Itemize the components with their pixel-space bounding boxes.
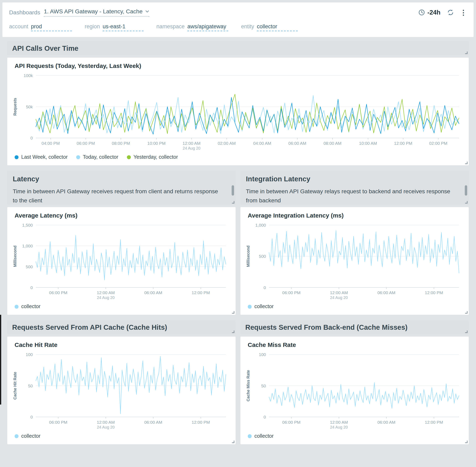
chart-title: Cache Miss Rate: [248, 341, 464, 349]
resize-handle-icon[interactable]: [465, 201, 467, 204]
legend-dot-icon: [248, 434, 252, 438]
svg-text:1,000: 1,000: [255, 223, 266, 227]
svg-text:10:00 AM: 10:00 AM: [359, 141, 377, 145]
legend-dot-icon: [248, 305, 252, 309]
svg-text:500: 500: [259, 254, 266, 259]
svg-text:06:00 PM: 06:00 PM: [77, 141, 95, 145]
filter-namespace-label: namespace: [156, 24, 185, 30]
legend-label: collector: [21, 304, 41, 310]
average-integration-latency-chart[interactable]: 05001,00006:00 PM12:00 AM24 Aug 2006:00 …: [245, 220, 464, 301]
cache-miss-rate-legend: collector: [248, 432, 464, 440]
filter-entity: entity collector: [241, 24, 298, 31]
panel-header-cache-hits[interactable]: Requests Served From API Cache (Cache Hi…: [7, 320, 236, 334]
legend-label: collector: [254, 433, 274, 439]
panel-description: Time in between API Gateway relays reque…: [246, 187, 463, 205]
time-range-button[interactable]: [417, 8, 426, 17]
svg-text:06:00 AM: 06:00 AM: [144, 290, 162, 295]
resize-handle-icon[interactable]: [232, 201, 234, 204]
chart-card-cache-hit-rate: Cache Hit Rate 05010006:00 PM12:00 AM24 …: [7, 337, 236, 444]
legend-label: Yesterday, collector: [133, 154, 178, 160]
panel-title: Requests Served From API Cache (Cache Hi…: [12, 323, 167, 331]
svg-text:06:00 PM: 06:00 PM: [282, 420, 300, 425]
legend-item[interactable]: collector: [248, 433, 274, 439]
panel-header-latency[interactable]: Latency Time in between API Gateway rece…: [7, 171, 236, 205]
svg-text:24 Aug 20: 24 Aug 20: [330, 295, 348, 300]
svg-text:24 Aug 20: 24 Aug 20: [97, 295, 115, 300]
api-requests-chart[interactable]: 050k100k04:00 PM06:00 PM08:00 PM10:00 PM…: [12, 71, 464, 152]
chart-card-api-requests: API Requests (Today, Yesterday, Last Wee…: [7, 58, 469, 165]
filter-namespace-value[interactable]: aws/apigateway: [187, 24, 229, 31]
resize-handle-icon[interactable]: [465, 441, 467, 443]
panel-header-api-calls[interactable]: API Calls Over Time: [7, 41, 469, 55]
topbar: Dashboards 1. AWS API Gateway - Latency,…: [2, 2, 474, 37]
average-latency-chart[interactable]: 05001,0001,50006:00 PM12:00 AM24 Aug 200…: [12, 220, 231, 301]
page-scrollbar[interactable]: [0, 315, 1, 404]
legend-dot-icon: [127, 155, 131, 159]
svg-text:06:00 PM: 06:00 PM: [49, 290, 68, 295]
kebab-menu-button[interactable]: ⋮: [460, 9, 467, 16]
time-range-label: -24h: [427, 9, 441, 16]
legend-item[interactable]: collector: [248, 304, 274, 310]
filter-region: region us-east-1: [85, 24, 144, 31]
svg-text:02:00 AM: 02:00 AM: [218, 141, 236, 145]
panel-header-cache-misses[interactable]: Requests Served From Back-end (Cache Mis…: [240, 320, 469, 334]
svg-text:0: 0: [30, 285, 33, 290]
cache-hit-rate-chart[interactable]: 05010006:00 PM12:00 AM24 Aug 2006:00 AM1…: [12, 350, 231, 431]
filter-account: account prod: [9, 24, 72, 31]
resize-handle-icon[interactable]: [465, 162, 467, 164]
chart-card-average-latency: Average Latency (ms) 05001,0001,50006:00…: [7, 207, 236, 315]
dashboard-selector[interactable]: 1. AWS API Gateway - Latency, Cache: [44, 8, 149, 17]
scrollbar-thumb[interactable]: [465, 185, 467, 196]
legend-item[interactable]: Yesterday, collector: [127, 154, 178, 160]
svg-text:Requests: Requests: [13, 98, 17, 116]
svg-text:12:00 AM: 12:00 AM: [97, 290, 115, 295]
clock-icon: [418, 9, 425, 16]
legend-label: collector: [21, 433, 41, 439]
refresh-button[interactable]: [446, 8, 455, 17]
cache-miss-rate-chart[interactable]: 05010006:00 PM12:00 AM24 Aug 2006:00 AM1…: [245, 350, 464, 431]
filter-account-value[interactable]: prod: [31, 24, 72, 31]
filter-entity-value[interactable]: collector: [257, 24, 298, 31]
filter-region-label: region: [85, 24, 100, 30]
average-latency-legend: collector: [14, 303, 231, 311]
svg-text:12:00 PM: 12:00 PM: [192, 420, 210, 425]
svg-text:1,500: 1,500: [22, 223, 33, 227]
svg-text:12:00 PM: 12:00 PM: [192, 290, 210, 295]
svg-text:Millisecond: Millisecond: [246, 246, 250, 267]
filter-namespace: namespace aws/apigateway: [156, 24, 229, 31]
api-requests-legend: Last Week, collectorToday, collectorYest…: [14, 153, 464, 161]
resize-handle-icon[interactable]: [465, 331, 467, 333]
resize-handle-icon[interactable]: [232, 441, 234, 443]
svg-text:Cache Miss Rate: Cache Miss Rate: [246, 370, 250, 401]
legend-label: Today, collector: [83, 154, 118, 160]
svg-text:50: 50: [261, 384, 266, 388]
dashboard-page: Dashboards 1. AWS API Gateway - Latency,…: [0, 0, 476, 467]
svg-text:12:00 AM: 12:00 AM: [330, 290, 348, 295]
filter-entity-label: entity: [241, 24, 254, 30]
breadcrumb-dashboards[interactable]: Dashboards: [9, 9, 40, 16]
svg-text:100: 100: [259, 352, 266, 357]
svg-text:06:00 AM: 06:00 AM: [378, 420, 395, 425]
filter-account-label: account: [9, 24, 28, 30]
legend-dot-icon: [76, 155, 80, 159]
resize-handle-icon[interactable]: [232, 311, 234, 313]
panel-title: Requests Served From Back-end (Cache Mis…: [245, 323, 408, 331]
filter-region-value[interactable]: us-east-1: [103, 24, 144, 31]
legend-item[interactable]: collector: [14, 433, 41, 439]
resize-handle-icon[interactable]: [465, 52, 467, 54]
resize-handle-icon[interactable]: [232, 331, 234, 333]
legend-item[interactable]: collector: [14, 304, 41, 310]
panel-header-integration-latency[interactable]: Integration Latency Time in between API …: [240, 171, 469, 205]
chart-title: Average Integration Latency (ms): [248, 212, 464, 219]
svg-text:24 Aug 20: 24 Aug 20: [330, 425, 348, 429]
svg-text:02:00 PM: 02:00 PM: [429, 141, 448, 145]
resize-handle-icon[interactable]: [465, 311, 467, 313]
svg-text:08:00 PM: 08:00 PM: [112, 141, 130, 145]
legend-dot-icon: [14, 155, 19, 159]
scrollbar-thumb[interactable]: [232, 185, 234, 196]
legend-item[interactable]: Last Week, collector: [14, 154, 68, 160]
chart-title: Cache Hit Rate: [14, 341, 231, 349]
chart-title: API Requests (Today, Yesterday, Last Wee…: [14, 63, 464, 70]
topbar-row-main: Dashboards 1. AWS API Gateway - Latency,…: [9, 4, 467, 21]
legend-item[interactable]: Today, collector: [76, 154, 118, 160]
